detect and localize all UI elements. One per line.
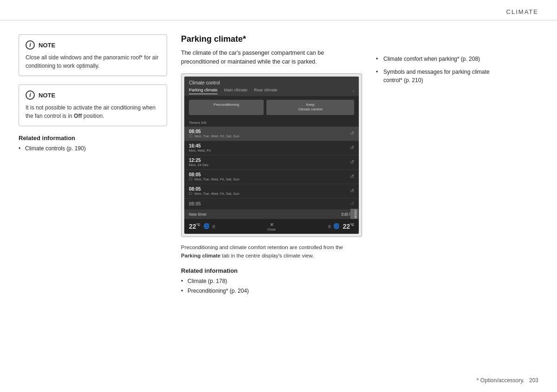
related-info-left-list: Climate controls (p. 190) (19, 144, 167, 153)
info-icon-2: i (26, 90, 35, 100)
page-content: i NOTE Close all side windows and the pa… (0, 20, 557, 310)
footer-temp-left: 22°C (189, 223, 201, 230)
section-title: Parking climate* (181, 34, 362, 44)
timer-info-3: 12:25 Mon, 24 Dec (189, 158, 350, 167)
screen-inner: Climate control Parking climate Main cli… (184, 77, 359, 234)
left-column: i NOTE Close all side windows and the pa… (19, 34, 167, 296)
close-label: Close (267, 228, 276, 231)
fan-icon-left: 🌀 (203, 223, 210, 229)
right-column-list: Climate comfort when parking* (p. 208) S… (376, 55, 506, 84)
footnote-text: * Option/accessory. (477, 377, 525, 384)
timer-time-4: 08:05 (189, 172, 350, 177)
timer-item-4[interactable]: 08:05 Mon, Tue, Wed, Fri, Sat, Sun ↺ (184, 170, 359, 184)
timer-info-6: 08:05 (189, 201, 350, 206)
note-header-1: i NOTE (26, 40, 160, 50)
note-text-1: Close all side windows and the panoramic… (26, 53, 160, 70)
list-item: Symbols and messages for parking climate… (376, 68, 506, 84)
caption-text: Preconditioning and climate comfort rete… (181, 244, 362, 260)
fan-icon-right: 🌀 (333, 223, 340, 229)
timer-info-5: 08:05 Mon, Tue, Wed, Fri, Sat, Sun (189, 186, 350, 196)
timer-toggle-icon-6[interactable]: ↺ (350, 201, 354, 207)
page-header: CLIMATE (0, 0, 557, 20)
related-info-middle: Related information Climate (p. 178) Pre… (181, 267, 362, 295)
car-screen: Climate control Parking climate Main cli… (181, 73, 362, 237)
screen-tabs-row: Parking climate Main climate Rear climat… (189, 88, 354, 94)
timer-item-6[interactable]: 08:05 ↺ (184, 199, 359, 210)
timers-header: Timers 5/8 (184, 119, 359, 127)
timer-days-3: Mon, 24 Dec (189, 163, 350, 167)
preconditioning-button[interactable]: Preconditioning (189, 100, 264, 115)
footer-temp-right: 22°C (343, 223, 354, 230)
timer-item-5[interactable]: 08:05 Mon, Tue, Wed, Fri, Sat, Sun ↺ (184, 184, 359, 199)
list-item: Preconditioning* (p. 204) (181, 287, 362, 295)
tab-main-climate[interactable]: Main climate (224, 88, 248, 94)
timer-list: 08:05 Mon, Tue, Wed, Fri, Sat, Sun ↺ 16:… (184, 127, 359, 210)
list-item: Climate comfort when parking* (p. 208) (376, 55, 506, 63)
close-button[interactable]: ✕ Close (267, 222, 276, 231)
list-item: Climate controls (p. 190) (19, 144, 167, 153)
related-info-middle-list: Climate (p. 178) Preconditioning* (p. 20… (181, 277, 362, 295)
timer-toggle-icon-4[interactable]: ↺ (350, 174, 354, 180)
info-icon-1: i (26, 40, 35, 50)
section-intro: The climate of the car's passenger compa… (181, 49, 362, 67)
timer-time-1: 08:05 (189, 129, 350, 134)
note-label-1: NOTE (39, 42, 55, 49)
page-title: CLIMATE (506, 8, 538, 15)
keep-climate-button[interactable]: Keep Climate comfort (266, 100, 354, 115)
screen-id-tag: C0010B (350, 209, 358, 219)
timer-time-2: 16:45 (189, 143, 350, 148)
timer-toggle-icon-2[interactable]: ↺ (350, 145, 354, 151)
list-item: Climate (p. 178) (181, 277, 362, 285)
screen-footer: 22°C 🌀 ||| ✕ Close ||| 🌀 22°C (184, 219, 359, 234)
timer-item-1[interactable]: 08:05 Mon, Tue, Wed, Fri, Sat, Sun ↺ (184, 127, 359, 141)
timer-item-3[interactable]: 12:25 Mon, 24 Dec ↺ (184, 155, 359, 170)
timer-toggle-icon-3[interactable]: ↺ (350, 159, 354, 165)
new-timer-button[interactable]: New timer (189, 212, 207, 217)
timer-days-5: Mon, Tue, Wed, Fri, Sat, Sun (189, 192, 350, 196)
note-header-2: i NOTE (26, 90, 160, 100)
middle-column: Parking climate* The climate of the car'… (181, 34, 362, 296)
related-info-middle-heading: Related information (181, 267, 362, 274)
tab-parking-climate[interactable]: Parking climate (189, 88, 218, 94)
screen-action-buttons: Preconditioning Keep Climate comfort (184, 96, 359, 119)
fan-speed-left: ||| (213, 225, 215, 228)
screen-control-title: Climate control (189, 80, 354, 85)
calendar-icon-4 (189, 177, 193, 181)
timer-toggle-icon-1[interactable]: ↺ (350, 130, 354, 136)
note-label-2: NOTE (39, 92, 55, 99)
timer-info-1: 08:05 Mon, Tue, Wed, Fri, Sat, Sun (189, 129, 350, 138)
note-text-2: It is not possible to activate the air c… (26, 103, 160, 120)
calendar-icon-1 (189, 134, 193, 138)
note-box-1: i NOTE Close all side windows and the pa… (19, 34, 167, 76)
chevron-right-icon: › (353, 89, 354, 93)
timer-time-6: 08:05 (189, 201, 350, 206)
screen-tabs: Parking climate Main climate Rear climat… (189, 88, 278, 94)
timer-time-5: 08:05 (189, 186, 350, 192)
timer-time-3: 12:25 (189, 158, 350, 163)
timer-days-2: Mon, Wed, Fri (189, 148, 350, 153)
footer-right: ||| 🌀 22°C (328, 223, 354, 230)
page-footer: * Option/accessory. 203 (477, 377, 538, 384)
timer-toggle-icon-5[interactable]: ↺ (350, 188, 354, 194)
timer-item-2[interactable]: 16:45 Mon, Wed, Fri ↺ (184, 141, 359, 155)
right-column: Climate comfort when parking* (p. 208) S… (376, 34, 506, 296)
timer-info-4: 08:05 Mon, Tue, Wed, Fri, Sat, Sun (189, 172, 350, 181)
screen-bottom-bar: New timer Edit list (184, 210, 359, 219)
page-number: 203 (529, 377, 538, 384)
related-info-left: Related information Climate controls (p.… (19, 135, 167, 153)
tab-rear-climate[interactable]: Rear climate (254, 88, 278, 94)
calendar-icon-5 (189, 192, 193, 196)
timer-days-4: Mon, Tue, Wed, Fri, Sat, Sun (189, 177, 350, 181)
timer-days-1: Mon, Tue, Wed, Fri, Sat, Sun (189, 134, 350, 138)
related-info-left-heading: Related information (19, 135, 167, 141)
footer-left: 22°C 🌀 ||| (189, 223, 215, 230)
timer-info-2: 16:45 Mon, Wed, Fri (189, 143, 350, 153)
screen-top-bar: Climate control Parking climate Main cli… (184, 77, 359, 96)
fan-speed-right: ||| (328, 225, 330, 228)
note-box-2: i NOTE It is not possible to activate th… (19, 84, 167, 126)
x-icon: ✕ (267, 222, 276, 228)
